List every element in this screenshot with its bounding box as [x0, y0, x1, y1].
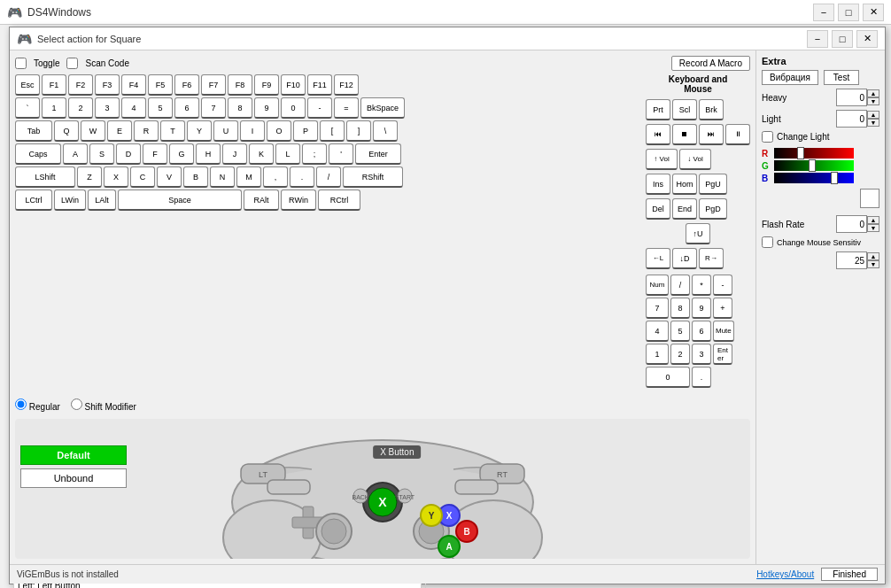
minimize-button[interactable]: −	[813, 4, 834, 21]
close-button[interactable]: ✕	[863, 4, 884, 21]
app-icon: 🎮	[7, 5, 22, 19]
app-title: DS4Windows	[27, 6, 813, 19]
maximize-button[interactable]: □	[838, 4, 859, 21]
